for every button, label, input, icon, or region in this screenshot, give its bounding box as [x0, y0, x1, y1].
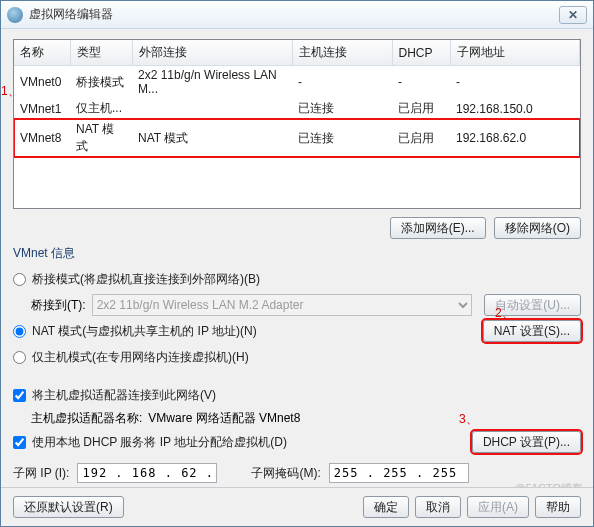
- apply-button[interactable]: 应用(A): [467, 496, 529, 518]
- vmnet-info-title: VMnet 信息: [13, 245, 581, 262]
- subnet-ip-input[interactable]: [77, 463, 217, 483]
- dialog-footer: 还原默认设置(R) 确定 取消 应用(A) 帮助: [1, 487, 593, 526]
- col-subnet[interactable]: 子网地址: [450, 40, 580, 66]
- table-header-row: 名称 类型 外部连接 主机连接 DHCP 子网地址: [14, 40, 580, 66]
- titlebar: 虚拟网络编辑器 ✕: [1, 1, 593, 29]
- subnet-ip-label: 子网 IP (I):: [13, 465, 69, 482]
- cell-ext: NAT 模式: [132, 119, 292, 157]
- cell-subnet: 192.168.62.0: [450, 119, 580, 157]
- cell-ext: [132, 98, 292, 119]
- connect-host-label: 将主机虚拟适配器连接到此网络(V): [32, 387, 216, 404]
- cell-subnet: -: [450, 66, 580, 99]
- subnet-mask-label: 子网掩码(M):: [251, 465, 320, 482]
- close-button[interactable]: ✕: [559, 6, 587, 24]
- use-dhcp-label: 使用本地 DHCP 服务将 IP 地址分配给虚拟机(D): [32, 434, 287, 451]
- app-icon: [7, 7, 23, 23]
- cell-dhcp: 已启用: [392, 119, 450, 157]
- cell-type: 桥接模式: [70, 66, 132, 99]
- window-root: 1、 2、 3、 虚拟网络编辑器 ✕ 名称 类型 外部连接 主机连接 DHCP …: [0, 0, 594, 527]
- bridge-adapter-combo[interactable]: 2x2 11b/g/n Wireless LAN M.2 Adapter: [92, 294, 473, 316]
- table-row[interactable]: VMnet1 仅主机... 已连接 已启用 192.168.150.0: [14, 98, 580, 119]
- col-name[interactable]: 名称: [14, 40, 70, 66]
- vmnet-info-group: VMnet 信息 桥接模式(将虚拟机直接连接到外部网络)(B) 桥接到(T): …: [13, 245, 581, 483]
- remove-network-button[interactable]: 移除网络(O): [494, 217, 581, 239]
- cell-host: -: [292, 66, 392, 99]
- annotation-2: 2、: [495, 305, 514, 322]
- cell-name: VMnet8: [14, 119, 70, 157]
- col-type[interactable]: 类型: [70, 40, 132, 66]
- nat-mode-radio[interactable]: [13, 325, 26, 338]
- dhcp-setting-button[interactable]: DHCP 设置(P)...: [472, 431, 581, 453]
- table-row[interactable]: VMnet0 桥接模式 2x2 11b/g/n Wireless LAN M..…: [14, 66, 580, 99]
- annotation-3: 3、: [459, 411, 478, 428]
- cancel-button[interactable]: 取消: [415, 496, 461, 518]
- add-network-button[interactable]: 添加网络(E)...: [390, 217, 486, 239]
- bridge-mode-radio[interactable]: [13, 273, 26, 286]
- host-adapter-prefix: 主机虚拟适配器名称:: [31, 410, 142, 427]
- host-adapter-name: VMware 网络适配器 VMnet8: [148, 410, 300, 427]
- annotation-1: 1、: [1, 83, 20, 100]
- help-button[interactable]: 帮助: [535, 496, 581, 518]
- cell-name: VMnet0: [14, 66, 70, 99]
- nat-mode-label: NAT 模式(与虚拟机共享主机的 IP 地址)(N): [32, 323, 257, 340]
- nat-setting-button[interactable]: NAT 设置(S)...: [483, 320, 581, 342]
- cell-dhcp: -: [392, 66, 450, 99]
- bridge-mode-label: 桥接模式(将虚拟机直接连接到外部网络)(B): [32, 271, 260, 288]
- bridge-to-label: 桥接到(T):: [31, 297, 86, 314]
- cell-type: 仅主机...: [70, 98, 132, 119]
- cell-host: 已连接: [292, 119, 392, 157]
- subnet-mask-input[interactable]: [329, 463, 469, 483]
- cell-name: VMnet1: [14, 98, 70, 119]
- window-title: 虚拟网络编辑器: [29, 6, 555, 23]
- restore-defaults-button[interactable]: 还原默认设置(R): [13, 496, 124, 518]
- cell-subnet: 192.168.150.0: [450, 98, 580, 119]
- cell-ext: 2x2 11b/g/n Wireless LAN M...: [132, 66, 292, 99]
- connect-host-checkbox[interactable]: [13, 389, 26, 402]
- ok-button[interactable]: 确定: [363, 496, 409, 518]
- network-table[interactable]: 名称 类型 外部连接 主机连接 DHCP 子网地址 VMnet0 桥接模式 2x…: [13, 39, 581, 209]
- use-dhcp-checkbox[interactable]: [13, 436, 26, 449]
- cell-dhcp: 已启用: [392, 98, 450, 119]
- table-row-selected[interactable]: VMnet8 NAT 模式 NAT 模式 已连接 已启用 192.168.62.…: [14, 119, 580, 157]
- cell-type: NAT 模式: [70, 119, 132, 157]
- col-ext[interactable]: 外部连接: [132, 40, 292, 66]
- col-host[interactable]: 主机连接: [292, 40, 392, 66]
- col-dhcp[interactable]: DHCP: [392, 40, 450, 66]
- cell-host: 已连接: [292, 98, 392, 119]
- hostonly-mode-radio[interactable]: [13, 351, 26, 364]
- hostonly-mode-label: 仅主机模式(在专用网络内连接虚拟机)(H): [32, 349, 249, 366]
